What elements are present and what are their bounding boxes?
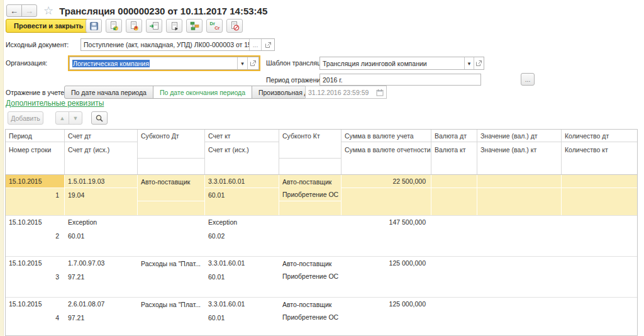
cell-subconto-kt[interactable]: Авто-поставщикПриобретение ОС [279,298,341,336]
document-form: ← → ☆ Трансляция 000000230 от 10.11.2017… [0,0,644,336]
save-button[interactable] [86,19,102,33]
table-row[interactable]: 15.10.201542.6.01.08.0797.21Расходы на "… [6,298,637,336]
reflection-period-field[interactable]: 2016 г. [319,74,481,86]
cell-account-kt[interactable]: 3.3.01.60.0160.01 [205,175,279,215]
column-account-dt[interactable]: Счет дт Счет дт (исх.) [65,130,138,174]
source-document-field[interactable]: Поступление (акт, накладная, УПД) ЛК00-0… [80,38,275,51]
cell-subconto-dt[interactable]: Авто-поставщик [138,175,205,215]
organization-open-button[interactable] [247,57,258,69]
cell-subconto-dt[interactable]: Расходы на "Плат... [138,298,205,336]
calendar-icon [376,89,384,96]
table-header: Период Номер строки Счет дт Счет дт (исх… [6,130,637,175]
cell-quantity[interactable] [562,216,637,256]
move-row-buttons: ▲ ▼ [55,111,82,125]
cell-amount[interactable]: 147 500,000 [341,216,431,256]
cell-account-kt[interactable]: Exception60.02 [205,216,279,256]
toggle-period-end-date[interactable]: По дате окончания периода [153,86,252,99]
cell-currency-value[interactable] [477,298,562,336]
translation-template-open-button[interactable] [474,57,484,69]
document-movements-icon [170,21,179,31]
cell-period[interactable]: 15.10.20154 [6,298,65,336]
left-panel-strip [0,0,4,336]
cell-currency[interactable] [431,298,477,336]
cell-subconto-dt[interactable]: Расходы на "Плат... [138,257,205,297]
cell-amount[interactable]: 125 000,000 [341,298,431,336]
create-based-on-icon [150,21,159,31]
column-currency[interactable]: Валюта дт Валюта кт [431,130,477,174]
reflection-period-more-button[interactable]: ... [521,73,535,86]
column-amount[interactable]: Сумма в валюте учета Сумма в валюте отче… [341,130,431,174]
table-row[interactable]: 15.10.201511.5.01.19.0319.04Авто-поставщ… [6,175,637,216]
forward-button[interactable]: → [21,4,37,17]
column-subconto-dt[interactable]: Субконто Дт [138,130,205,174]
back-arrow-icon: ← [10,6,18,16]
deletion-mark-button[interactable] [226,19,243,33]
source-document-value[interactable]: Поступление (акт, накладная, УПД) ЛК00-0… [81,39,249,50]
cell-quantity[interactable] [562,298,637,336]
cell-currency[interactable] [431,216,477,256]
table-row[interactable]: 15.10.20152Exception60.01Exception60.021… [6,216,637,257]
cell-currency-value[interactable] [477,216,562,256]
cell-account-kt[interactable]: 3.3.01.60.0160.01 [205,257,279,297]
accounting-reflection-toggle-group: По дате начала периода По дате окончания… [64,86,325,99]
column-currency-value[interactable]: Значение (вал.) дт Значение (вал.) кт [477,130,562,174]
cell-currency-value[interactable] [477,257,562,297]
additional-attributes-link[interactable]: Дополнительные реквизиты [6,99,104,108]
translation-template-dropdown-button[interactable]: ▾ [464,57,474,69]
reflection-period-value[interactable]: 2016 г. [320,74,480,85]
cell-currency-value[interactable] [477,175,562,215]
column-subconto-kt[interactable]: Субконто Кт [279,130,341,174]
cell-currency[interactable] [431,257,477,297]
cell-subconto-kt[interactable]: Авто-поставщикПриобретение ОС [279,175,341,215]
post-document-button[interactable] [106,19,122,33]
cell-period[interactable]: 15.10.20152 [6,216,65,256]
cell-subconto-kt[interactable]: Авто-поставщикПриобретение ОС [279,257,341,297]
add-row-button: Добавить [8,111,43,125]
cell-subconto-kt[interactable] [279,216,341,256]
postings-table: Период Номер строки Счет дт Счет дт (исх… [5,129,638,336]
organization-dropdown-button[interactable]: ▾ [237,57,247,69]
cell-amount[interactable]: 22 500,000 [341,175,431,215]
nav-row: ← → ☆ Трансляция 000000230 от 10.11.2017… [6,4,267,17]
arrow-down-icon: ▼ [73,115,79,121]
arrow-up-icon: ▲ [60,115,65,121]
cell-period[interactable]: 15.10.20151 [6,175,65,215]
cancel-posting-button[interactable] [126,19,142,33]
organization-label: Организация: [6,59,47,67]
dr-cr-postings-button[interactable]: DrCr [206,19,223,33]
cell-account-dt[interactable]: Exception60.01 [65,216,138,256]
open-link-icon [475,60,482,67]
subordination-structure-button[interactable] [186,19,203,33]
source-document-open-button[interactable] [261,39,274,50]
cell-currency[interactable] [431,175,477,215]
chevron-down-icon: ▾ [468,60,471,67]
create-based-on-button[interactable] [146,19,162,33]
cell-account-dt[interactable]: 2.6.01.08.0797.21 [65,298,138,336]
cell-subconto-dt[interactable] [138,216,205,256]
back-button[interactable]: ← [6,4,22,17]
organization-field[interactable]: Логистическая компания ▾ [69,57,259,70]
search-button[interactable] [91,111,108,125]
cancel-posting-icon [130,21,139,31]
move-row-up-button: ▲ [55,111,69,125]
column-quantity[interactable]: Количество дт Количество кт [562,130,637,174]
cell-account-dt[interactable]: 1.5.01.19.0319.04 [65,175,138,215]
column-period[interactable]: Период Номер строки [6,130,65,174]
table-row[interactable]: 15.10.201531.7.00.97.0397.21Расходы на "… [6,257,637,298]
move-row-down-button: ▼ [69,111,82,125]
cell-account-kt[interactable]: 3.3.01.60.0160.01 [205,298,279,336]
cell-account-dt[interactable]: 1.7.00.97.0397.21 [65,257,138,297]
chevron-down-icon: ▾ [241,60,244,67]
favorite-star-icon[interactable]: ☆ [43,4,53,17]
document-movements-button[interactable] [166,19,182,33]
translation-template-field[interactable]: Трансляция лизинговой компании ▾ [319,57,484,70]
organization-value[interactable]: Логистическая компания [70,57,237,69]
column-account-kt[interactable]: Счет кт Счет кт (исх.) [205,130,279,174]
toggle-period-start-date[interactable]: По дате начала периода [64,86,153,99]
cell-quantity[interactable] [562,257,637,297]
translation-template-value[interactable]: Трансляция лизинговой компании [320,57,464,69]
cell-period[interactable]: 15.10.20153 [6,257,65,297]
cell-amount[interactable]: 125 000,000 [341,257,431,297]
post-and-close-button[interactable]: Провести и закрыть [6,19,91,33]
cell-quantity[interactable] [562,175,637,215]
